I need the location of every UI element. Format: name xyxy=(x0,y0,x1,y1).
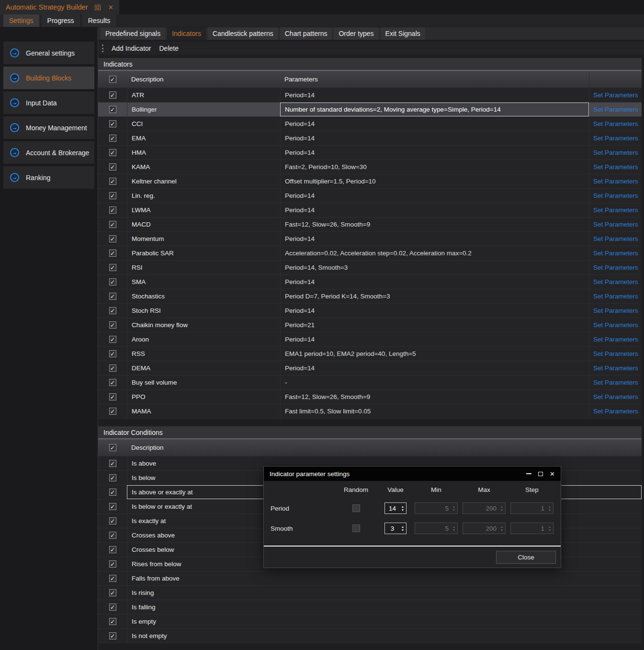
row-checkbox[interactable]: ✓ xyxy=(109,393,116,400)
table-row[interactable]: ✓ Stoch RSI Period=14 Set Parameters xyxy=(98,304,642,318)
row-checkbox[interactable]: ✓ xyxy=(109,321,116,329)
delete-button[interactable]: Delete xyxy=(159,45,179,52)
tab-order-types[interactable]: Order types xyxy=(334,27,378,40)
table-row[interactable]: ✓ Buy sell volume - Set Parameters xyxy=(98,376,642,390)
set-parameters-link[interactable]: Set Parameters xyxy=(593,178,638,185)
set-parameters-link[interactable]: Set Parameters xyxy=(593,163,638,171)
tab-settings[interactable]: Settings xyxy=(3,14,39,27)
table-row[interactable]: ✓ Is not empty xyxy=(98,629,642,643)
set-parameters-link[interactable]: Set Parameters xyxy=(593,106,638,113)
set-parameters-link[interactable]: Set Parameters xyxy=(593,91,638,99)
tab-exit-signals[interactable]: Exit Signals xyxy=(381,27,425,40)
row-checkbox[interactable]: ✓ xyxy=(109,178,116,185)
spin-up-icon[interactable]: ▲ xyxy=(401,505,404,508)
row-checkbox[interactable]: ✓ xyxy=(109,365,116,372)
close-button[interactable]: Close xyxy=(496,551,556,564)
spin-down-icon[interactable]: ▼ xyxy=(401,528,404,532)
row-checkbox[interactable]: ✓ xyxy=(109,293,116,300)
table-row[interactable]: ✓ Is rising xyxy=(98,586,642,600)
row-checkbox[interactable]: ✓ xyxy=(109,532,116,539)
sidebar-item-money-management[interactable]: → Money Management xyxy=(3,116,94,139)
set-parameters-link[interactable]: Set Parameters xyxy=(593,293,638,300)
row-checkbox[interactable]: ✓ xyxy=(109,474,116,481)
table-row[interactable]: ✓ Bollinger Number of standard deviation… xyxy=(98,103,642,117)
row-checkbox[interactable]: ✓ xyxy=(109,489,116,496)
set-parameters-link[interactable]: Set Parameters xyxy=(593,206,638,214)
minimize-icon[interactable] xyxy=(526,473,531,474)
table-row[interactable]: ✓ Lin. reg. Period=14 Set Parameters xyxy=(98,189,642,203)
table-row[interactable]: ✓ Falls from above xyxy=(98,571,642,586)
set-parameters-link[interactable]: Set Parameters xyxy=(593,408,638,415)
row-checkbox[interactable]: ✓ xyxy=(109,604,116,611)
row-checkbox[interactable]: ✓ xyxy=(109,560,116,568)
sidebar-item-ranking[interactable]: → Ranking xyxy=(3,166,94,189)
set-parameters-link[interactable]: Set Parameters xyxy=(593,135,638,142)
add-indicator-button[interactable]: Add Indicator xyxy=(112,45,151,52)
select-all-checkbox[interactable]: ✓ xyxy=(109,76,116,83)
set-parameters-link[interactable]: Set Parameters xyxy=(593,120,638,127)
set-parameters-link[interactable]: Set Parameters xyxy=(593,365,638,372)
row-checkbox[interactable]: ✓ xyxy=(109,192,116,199)
row-checkbox[interactable]: ✓ xyxy=(109,135,116,142)
table-row[interactable]: ✓ DEMA Period=14 Set Parameters xyxy=(98,361,642,376)
row-checkbox[interactable]: ✓ xyxy=(109,250,116,257)
set-parameters-link[interactable]: Set Parameters xyxy=(593,250,638,257)
table-row[interactable]: ✓ Parabolic SAR Acceleration=0.02, Accel… xyxy=(98,246,642,261)
set-parameters-link[interactable]: Set Parameters xyxy=(593,278,638,285)
row-checkbox[interactable]: ✓ xyxy=(109,307,116,314)
sidebar-item-general-settings[interactable]: → General settings xyxy=(3,42,94,64)
tab-predefined-signals[interactable]: Predefined signals xyxy=(101,27,165,40)
table-row[interactable]: ✓ LWMA Period=14 Set Parameters xyxy=(98,203,642,217)
table-row[interactable]: ✓ HMA Period=14 Set Parameters xyxy=(98,146,642,160)
table-row[interactable]: ✓ SMA Period=14 Set Parameters xyxy=(98,275,642,289)
row-checkbox[interactable]: ✓ xyxy=(109,235,116,242)
row-checkbox[interactable]: ✓ xyxy=(109,517,116,525)
tab-results[interactable]: Results xyxy=(82,14,116,27)
popout-icon[interactable] xyxy=(95,5,101,10)
row-checkbox[interactable]: ✓ xyxy=(109,264,116,271)
row-checkbox[interactable]: ✓ xyxy=(109,408,116,415)
dialog-title-bar[interactable]: Indicator parameter settings ✕ xyxy=(264,467,561,481)
close-icon[interactable]: ✕ xyxy=(550,471,555,477)
tab-progress[interactable]: Progress xyxy=(42,14,80,27)
row-checkbox[interactable]: ✓ xyxy=(109,575,116,582)
row-checkbox[interactable]: ✓ xyxy=(109,460,116,467)
random-checkbox[interactable] xyxy=(352,525,360,532)
row-checkbox[interactable]: ✓ xyxy=(109,149,116,156)
set-parameters-link[interactable]: Set Parameters xyxy=(593,149,638,156)
toolbar-grip-icon[interactable] xyxy=(102,45,103,52)
row-checkbox[interactable]: ✓ xyxy=(109,589,116,596)
close-icon[interactable]: ✕ xyxy=(108,4,113,11)
table-row[interactable]: ✓ Momentum Period=14 Set Parameters xyxy=(98,232,642,246)
table-row[interactable]: ✓ CCI Period=14 Set Parameters xyxy=(98,117,642,131)
window-tab[interactable]: Automatic Strategy Builder ✕ xyxy=(0,0,119,14)
row-checkbox[interactable]: ✓ xyxy=(109,120,116,127)
table-row[interactable]: ✓ Aroon Period=14 Set Parameters xyxy=(98,332,642,347)
table-row[interactable]: ✓ RSS EMA1 period=10, EMA2 period=40, Le… xyxy=(98,347,642,361)
value-stepper[interactable]: 14 ▲▼ xyxy=(384,502,407,514)
spin-down-icon[interactable]: ▼ xyxy=(401,508,404,512)
row-checkbox[interactable]: ✓ xyxy=(109,221,116,228)
set-parameters-link[interactable]: Set Parameters xyxy=(593,350,638,357)
sidebar-item-account-brokerage[interactable]: → Account & Brokerage xyxy=(3,141,94,164)
row-checkbox[interactable]: ✓ xyxy=(109,163,116,171)
table-row[interactable]: ✓ Keltner channel Offset multiplier=1.5,… xyxy=(98,174,642,189)
table-row[interactable]: ✓ EMA Period=14 Set Parameters xyxy=(98,131,642,146)
sidebar-item-building-blocks[interactable]: → Building Blocks xyxy=(3,67,94,89)
sidebar-item-input-data[interactable]: → Input Data xyxy=(3,91,94,114)
table-row[interactable]: ✓ Chaikin money flow Period=21 Set Param… xyxy=(98,318,642,332)
set-parameters-link[interactable]: Set Parameters xyxy=(593,379,638,386)
row-checkbox[interactable]: ✓ xyxy=(109,278,116,285)
random-checkbox[interactable] xyxy=(352,504,360,512)
set-parameters-link[interactable]: Set Parameters xyxy=(593,307,638,314)
row-checkbox[interactable]: ✓ xyxy=(109,91,116,99)
table-row[interactable]: ✓ RSI Period=14, Smooth=3 Set Parameters xyxy=(98,261,642,275)
set-parameters-link[interactable]: Set Parameters xyxy=(593,192,638,199)
table-row[interactable]: ✓ PPO Fast=12, Slow=26, Smooth=9 Set Par… xyxy=(98,390,642,404)
table-row[interactable]: ✓ Stochastics Period D=7, Period K=14, S… xyxy=(98,289,642,304)
set-parameters-link[interactable]: Set Parameters xyxy=(593,235,638,242)
set-parameters-link[interactable]: Set Parameters xyxy=(593,393,638,400)
select-all-checkbox[interactable]: ✓ xyxy=(109,444,116,451)
tab-indicators[interactable]: Indicators xyxy=(167,27,206,40)
set-parameters-link[interactable]: Set Parameters xyxy=(593,264,638,271)
